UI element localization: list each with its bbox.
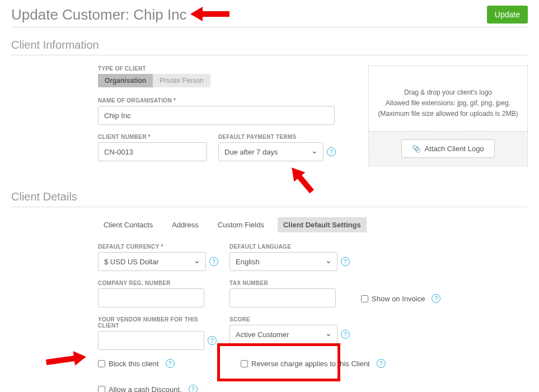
help-icon[interactable]: ? [166, 359, 175, 368]
help-icon[interactable]: ? [432, 294, 440, 303]
cash-discount-checkbox[interactable] [98, 386, 105, 393]
update-button[interactable]: Update [487, 6, 528, 24]
show-on-invoice-label: Show on Invoice [372, 295, 425, 303]
tax-number-label: TAX NUMBER [229, 280, 350, 286]
help-icon[interactable]: ? [208, 336, 217, 345]
attach-logo-button[interactable]: 📎Attach Client Logo [401, 139, 494, 158]
detail-tabs: Client Contacts Address Custom Fields Cl… [98, 217, 528, 232]
score-label: SCORE [229, 316, 350, 323]
help-icon[interactable]: ? [209, 257, 218, 266]
block-client-checkbox[interactable] [98, 360, 105, 367]
block-client-label: Block this client [109, 360, 159, 368]
type-of-client-label: TYPE OF CLIENT [98, 66, 351, 72]
logo-drop-text: Drag & drop your client's logo [378, 87, 518, 98]
company-reg-label: COMPANY REG. NUMBER [98, 280, 218, 286]
currency-select[interactable]: $ USD US Dollar [98, 252, 206, 271]
client-number-label: CLIENT NUMBER * [98, 134, 207, 140]
score-select[interactable]: Active Customer [229, 325, 338, 344]
currency-label: DEFAULT CURRENCY * [98, 244, 218, 250]
show-on-invoice-checkbox[interactable] [361, 295, 368, 302]
language-label: DEFAULT LANGUAGE [229, 244, 350, 250]
type-private-button[interactable]: Private Person [153, 74, 210, 87]
type-of-client-toggle: Organisation Private Person [98, 74, 351, 87]
company-reg-input[interactable] [98, 288, 204, 307]
help-icon[interactable]: ? [377, 359, 386, 368]
logo-size-text: (Maximum file size allowed for uploads i… [378, 109, 518, 119]
cash-discount-label: Allow a cash Discount. [109, 385, 182, 393]
tab-contacts[interactable]: Client Contacts [98, 217, 158, 232]
org-name-label: NAME OF ORGANISATION * [98, 97, 335, 104]
tax-number-input[interactable] [229, 288, 336, 307]
payment-terms-label: DEFAULT PAYMENT TERMS [218, 134, 336, 140]
help-icon[interactable]: ? [341, 257, 350, 266]
help-icon[interactable]: ? [341, 330, 350, 339]
tab-custom-fields[interactable]: Custom Fields [212, 217, 270, 232]
help-icon[interactable]: ? [327, 147, 336, 156]
reverse-charge-label: Reverse charge applies to this Client [251, 360, 370, 368]
logo-dropzone[interactable]: Drag & drop your client's logo Allowed f… [368, 66, 528, 166]
client-details-heading: Client Details [11, 190, 528, 207]
vendor-number-input[interactable] [98, 331, 204, 350]
client-info-heading: Client Information [11, 39, 528, 55]
reverse-charge-checkbox[interactable] [241, 360, 248, 367]
payment-terms-select[interactable]: Due after 7 days [218, 142, 324, 161]
type-organisation-button[interactable]: Organisation [98, 74, 153, 87]
org-name-input[interactable] [98, 106, 335, 125]
tab-default-settings[interactable]: Client Default Settings [278, 217, 367, 232]
page-title: Update Customer: Chip Inc [11, 6, 187, 24]
logo-ext-text: Allowed file extensions: jpg, gif, png, … [378, 98, 518, 109]
client-number-input[interactable] [98, 142, 207, 161]
paperclip-icon: 📎 [412, 144, 421, 153]
tab-address[interactable]: Address [166, 217, 204, 232]
help-icon[interactable]: ? [189, 385, 198, 392]
vendor-number-label: YOUR VENDOR NUMBER FOR THIS CLIENT [98, 316, 218, 329]
language-select[interactable]: English [229, 252, 338, 271]
